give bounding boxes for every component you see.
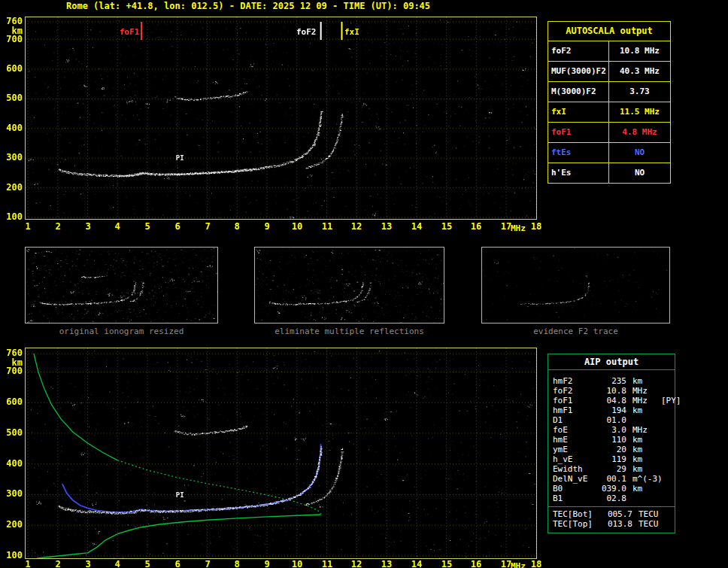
aip-param-unit: MHz [628, 386, 660, 396]
thumbnail-f2-trace [481, 247, 670, 323]
aip-param-note [660, 386, 673, 396]
x-axis-tick-main: 15 [435, 222, 458, 231]
aip-row: D101.0 [553, 415, 673, 425]
x-axis-tick-main: 16 [465, 222, 487, 231]
main-ionogram-panel [25, 17, 537, 220]
x-axis-tick-profile: 6 [166, 560, 189, 568]
autoscala-param-value: NO [609, 143, 670, 163]
x-axis-tick-main: 14 [405, 222, 428, 231]
aip-param-value: 29 [598, 464, 628, 474]
autoscala-row: M(3000)F23.73 [548, 82, 670, 102]
x-axis-tick-profile: 1 [17, 560, 39, 568]
x-axis-tick-profile: 3 [77, 560, 99, 568]
x-axis-tick-profile: 2 [47, 560, 69, 568]
y-axis-unit-profile: km [1, 358, 23, 368]
aip-param-unit: km [628, 405, 660, 415]
aip-row: foF210.8MHz [553, 386, 673, 396]
x-axis-tick-profile: 7 [196, 560, 219, 568]
x-axis-tick-main: 10 [286, 222, 308, 231]
y-axis-tick-main: 600 [1, 64, 23, 74]
tec-row: TEC[Bot]005.7TECU [553, 509, 673, 519]
aip-table-rows: hmF2235kmfoF210.8MHzfoF104.8MHz[PY]hmF11… [548, 370, 675, 506]
x-axis-tick-profile: 17 [495, 560, 517, 568]
fof2-marker-label: foF2 [296, 27, 317, 37]
aip-row: Ewidth29km [553, 464, 673, 474]
aip-param-value: 039.0 [598, 484, 628, 494]
autoscala-param-label: M(3000)F2 [548, 82, 609, 102]
x-axis-tick-profile: 13 [375, 560, 398, 568]
aip-param-unit: m^(-3) [628, 474, 660, 484]
aip-param-note [660, 454, 673, 464]
aip-param-unit: km [628, 484, 660, 494]
x-axis-tick-profile: 10 [286, 560, 308, 568]
y-axis-tick-main: 500 [1, 93, 23, 103]
x-axis-tick-main: 3 [77, 222, 99, 231]
autoscala-row: ftEsNO [548, 143, 670, 163]
aip-param-label: Ewidth [553, 464, 598, 474]
x-axis-tick-profile: 12 [345, 560, 368, 568]
tec-value: 013.8 [601, 519, 632, 529]
aip-table-title: AIP output [548, 354, 675, 370]
thumbnail-multiple-reflections [254, 247, 444, 323]
x-axis-tick-main: 6 [166, 222, 189, 231]
x-axis-tick-main: 11 [316, 222, 338, 231]
main-ionogram-canvas [26, 17, 536, 219]
autoscala-param-value: 40.3 MHz [609, 62, 670, 81]
autoscala-row: foF210.8 MHz [548, 41, 670, 62]
y-axis-tick-main: 400 [1, 123, 23, 133]
aip-param-unit [628, 415, 660, 425]
tec-row: TEC[Top]013.8TECU [553, 519, 673, 529]
profile-ionogram-panel [25, 348, 537, 559]
aip-row: h_vE119km [553, 454, 673, 464]
x-axis-tick-main: 9 [256, 222, 278, 231]
aip-param-label: foE [553, 425, 598, 435]
tec-unit: TECU [632, 509, 673, 519]
autoscala-param-value: 10.8 MHz [609, 41, 670, 61]
aip-param-label: D1 [553, 415, 598, 425]
x-axis-tick-profile: 16 [465, 560, 487, 568]
autoscala-param-value: 3.73 [609, 82, 670, 102]
aip-param-label: DelN_vE [553, 474, 598, 484]
x-axis-tick-main: 1 [17, 222, 39, 231]
x-axis-tick-main: 8 [226, 222, 248, 231]
autoscala-row: MUF(3000)F240.3 MHz [548, 62, 670, 82]
autoscala-table-title: AUTOSCALA output [548, 22, 670, 41]
thumbnail-original-canvas [26, 248, 217, 323]
aip-param-value: 20 [598, 445, 628, 454]
x-axis-tick-main: 18 [525, 222, 548, 231]
fxi-marker-label: fxI [344, 27, 359, 37]
thumbnail-caption-reflections: eliminate multiple reflections [254, 327, 444, 336]
aip-param-label: B0 [553, 484, 598, 494]
x-axis-tick-profile: 9 [256, 560, 278, 568]
thumbnail-caption-original: original ionogram resized [25, 327, 218, 336]
aip-param-unit: km [628, 376, 660, 386]
x-axis-tick-main: 4 [106, 222, 129, 231]
aip-param-note [660, 474, 673, 484]
autoscala-param-label: foF2 [548, 41, 609, 61]
aip-row: B102.8 [553, 494, 673, 503]
aip-param-note [660, 494, 673, 503]
aip-param-value: 3.0 [598, 425, 628, 435]
aip-param-value: 10.8 [598, 386, 628, 396]
aip-param-unit: MHz [628, 396, 660, 405]
y-axis-tick-main: 100 [1, 212, 23, 222]
aip-param-note: [PY] [660, 396, 681, 405]
autoscala-param-label: foF1 [548, 123, 609, 142]
autoscala-param-value: 11.5 MHz [609, 102, 670, 122]
aip-param-label: hmF1 [553, 405, 598, 415]
aip-param-label: foF1 [553, 396, 598, 405]
aip-param-note [660, 425, 673, 435]
tec-label: TEC[Top] [553, 519, 601, 529]
aip-param-label: ymE [553, 445, 598, 454]
aip-row: hmE110km [553, 435, 673, 445]
x-axis-tick-profile: 8 [226, 560, 248, 568]
aip-param-label: B1 [553, 494, 598, 503]
tec-value: 005.7 [601, 509, 632, 519]
aip-param-unit: km [628, 454, 660, 464]
autoscala-param-value: NO [609, 163, 670, 183]
x-axis-tick-main: 17 [495, 222, 517, 231]
aip-param-note [660, 415, 673, 425]
aip-param-unit: km [628, 445, 660, 454]
aip-param-note [660, 484, 673, 494]
y-axis-tick-profile: 600 [1, 397, 23, 407]
